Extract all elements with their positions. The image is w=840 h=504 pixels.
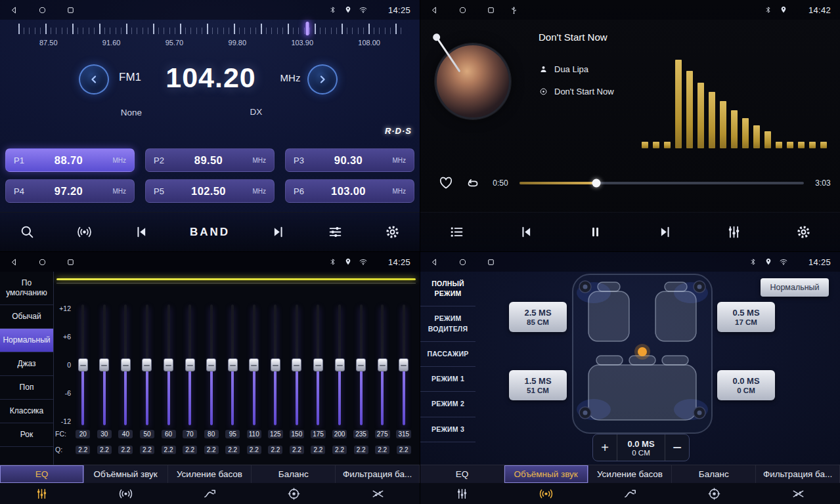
stage-mode-item[interactable]: РЕЖИМ 1 <box>420 367 475 392</box>
audio-tab[interactable]: Объёмный звук <box>504 465 588 483</box>
back-icon[interactable] <box>430 257 439 267</box>
eq-preset-item[interactable]: Обычай <box>0 305 53 329</box>
eq-sliders-icon[interactable] <box>326 223 344 241</box>
eq-band-slider[interactable] <box>399 304 409 425</box>
delay-front-left[interactable]: 2.5 MS 85 CM <box>509 302 567 332</box>
progress-bar[interactable] <box>519 182 804 184</box>
eq-preset-item[interactable]: Классика <box>0 400 53 423</box>
filter-tab-icon[interactable] <box>756 483 840 504</box>
stage-mode-item[interactable]: РЕЖИМ 2 <box>420 392 475 417</box>
eq-band-slider[interactable] <box>292 304 301 425</box>
preset-button-p4[interactable]: P497.20MHz <box>5 179 135 203</box>
eq-preset-item[interactable]: Нормальный <box>0 329 53 352</box>
slider-thumb[interactable] <box>399 358 409 371</box>
broadcast-icon[interactable] <box>76 223 93 241</box>
slider-thumb[interactable] <box>292 358 301 371</box>
eq-tab-icon[interactable] <box>420 483 504 504</box>
audio-tab[interactable]: EQ <box>0 465 84 483</box>
preset-button-p1[interactable]: P188.70MHz <box>5 148 135 172</box>
sound-mode-button[interactable]: Нормальный <box>761 278 829 297</box>
scan-icon[interactable] <box>18 223 36 241</box>
delay-rear-left[interactable]: 1.5 MS 51 CM <box>509 370 567 400</box>
delay-increase-button[interactable]: + <box>593 434 617 461</box>
pause-icon[interactable] <box>586 223 604 241</box>
bass-boost-tab-icon[interactable] <box>588 483 673 504</box>
frequency-scale[interactable]: 87.5091.6095.7099.80103.90108.00 <box>18 24 401 47</box>
eq-preset-item[interactable]: Рок <box>0 423 53 447</box>
bass-boost-tab-icon[interactable] <box>168 483 252 504</box>
eq-band-slider[interactable] <box>356 304 366 425</box>
stage-mode-item[interactable]: РЕЖИМ 3 <box>420 417 475 442</box>
previous-icon[interactable] <box>133 223 150 241</box>
playlist-icon[interactable] <box>448 223 466 241</box>
delay-front-right[interactable]: 0.5 MS 17 CM <box>717 302 775 332</box>
next-icon[interactable] <box>269 223 287 241</box>
tune-down-button[interactable] <box>79 64 109 94</box>
stage-mode-item[interactable]: ПАССАЖИР <box>420 342 475 367</box>
eq-preset-item[interactable]: По умолчанию <box>0 272 53 305</box>
back-icon[interactable] <box>9 5 19 15</box>
repeat-icon[interactable] <box>464 175 481 192</box>
slider-thumb[interactable] <box>99 358 109 371</box>
eq-band-slider[interactable] <box>99 304 109 425</box>
slider-thumb[interactable] <box>206 358 216 371</box>
delay-decrease-button[interactable]: − <box>665 434 689 461</box>
balance-tab-icon[interactable] <box>672 483 756 504</box>
audio-tab[interactable]: Баланс <box>252 465 336 483</box>
eq-band-slider[interactable] <box>78 304 88 425</box>
audio-tab[interactable]: Баланс <box>672 465 756 483</box>
home-icon[interactable] <box>458 5 468 15</box>
eq-band-slider[interactable] <box>313 304 323 425</box>
slider-thumb[interactable] <box>121 358 131 371</box>
eq-band-slider[interactable] <box>335 304 345 425</box>
back-icon[interactable] <box>9 257 19 267</box>
next-icon[interactable] <box>656 223 674 241</box>
slider-thumb[interactable] <box>142 358 152 371</box>
slider-thumb[interactable] <box>271 358 280 371</box>
preset-button-p6[interactable]: P6103.00MHz <box>285 179 414 203</box>
filter-tab-icon[interactable] <box>336 483 420 504</box>
previous-icon[interactable] <box>518 223 535 241</box>
eq-band-slider[interactable] <box>206 304 216 425</box>
audio-tab[interactable]: Фильтрация ба... <box>756 465 840 483</box>
slider-thumb[interactable] <box>185 358 195 371</box>
settings-gear-icon[interactable] <box>795 223 812 241</box>
recents-icon[interactable] <box>486 257 496 267</box>
eq-band-slider[interactable] <box>228 304 238 425</box>
home-icon[interactable] <box>458 257 468 267</box>
preset-button-p2[interactable]: P289.50MHz <box>145 148 275 172</box>
preset-button-p5[interactable]: P5102.50MHz <box>145 179 275 203</box>
eq-band-slider[interactable] <box>185 304 195 425</box>
delay-rear-right[interactable]: 0.0 MS 0 CM <box>717 370 775 400</box>
eq-band-slider[interactable] <box>142 304 152 425</box>
back-icon[interactable] <box>430 5 439 15</box>
slider-thumb[interactable] <box>313 358 323 371</box>
eq-band-slider[interactable] <box>249 304 259 425</box>
eq-band-slider[interactable] <box>271 304 280 425</box>
stage-mode-item[interactable]: ПОЛНЫЙ РЕЖИМ <box>420 272 475 306</box>
audio-tab[interactable]: Объёмный звук <box>84 465 168 483</box>
surround-tab-icon[interactable] <box>504 483 588 504</box>
audio-tab[interactable]: Фильтрация ба... <box>336 465 420 483</box>
eq-preset-item[interactable]: Поп <box>0 376 53 400</box>
slider-thumb[interactable] <box>335 358 345 371</box>
eq-preset-item[interactable]: Джаз <box>0 352 53 376</box>
slider-thumb[interactable] <box>378 358 387 371</box>
recents-icon[interactable] <box>486 5 496 15</box>
favorite-icon[interactable] <box>437 175 454 192</box>
recents-icon[interactable] <box>66 5 76 15</box>
slider-thumb[interactable] <box>356 358 366 371</box>
eq-band-slider[interactable] <box>378 304 387 425</box>
band-button[interactable]: BAND <box>190 226 230 239</box>
eq-band-slider[interactable] <box>121 304 131 425</box>
mixer-icon[interactable] <box>725 223 743 241</box>
progress-knob[interactable] <box>592 179 600 188</box>
tune-up-button[interactable] <box>307 64 338 94</box>
audio-tab[interactable]: Усиление басов <box>588 465 673 483</box>
settings-gear-icon[interactable] <box>384 223 401 241</box>
slider-thumb[interactable] <box>164 358 173 371</box>
balance-tab-icon[interactable] <box>252 483 336 504</box>
audio-tab[interactable]: EQ <box>420 465 504 483</box>
home-icon[interactable] <box>37 257 47 267</box>
slider-thumb[interactable] <box>78 358 88 371</box>
